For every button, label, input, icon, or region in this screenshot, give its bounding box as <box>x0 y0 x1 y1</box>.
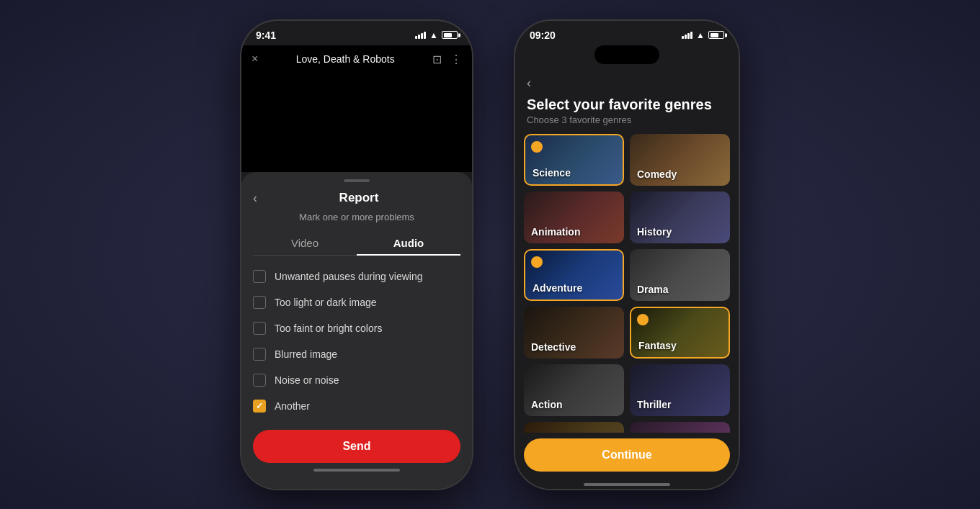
genre-card-adventure[interactable]: Adventure <box>524 249 624 301</box>
home-indicator-right <box>584 483 670 486</box>
genre-label-fantasy: Fantasy <box>638 340 677 351</box>
more-icon[interactable]: ⋮ <box>450 53 462 66</box>
status-icons-left: ▲ <box>415 30 458 40</box>
phone-genre: 09:20 ▲ ‹ Select your favorite genres Ch… <box>515 21 739 489</box>
genre-card-science[interactable]: Science <box>524 134 624 186</box>
checkbox-item[interactable]: Unwanted pauses during viewing <box>253 264 460 289</box>
sheet-handle <box>344 179 370 182</box>
screen-icon[interactable]: ⊡ <box>432 53 442 66</box>
genre-back-button[interactable]: ‹ <box>527 76 727 91</box>
status-bar-right: 09:20 ▲ <box>515 21 739 45</box>
genre-label-animation: Animation <box>531 226 580 238</box>
report-title: Report <box>257 191 460 205</box>
genre-label-history: History <box>637 226 672 238</box>
checkbox-item[interactable]: Too light or dark image <box>253 290 460 315</box>
report-screen: 9:41 ▲ × Love, Death & Robots ⊡ ⋮ <box>241 21 472 489</box>
genre-label-comedy: Comedy <box>637 168 677 180</box>
genre-card-animation[interactable]: Animation <box>524 192 624 243</box>
tab-video[interactable]: Video <box>253 231 357 255</box>
genre-label-action: Action <box>531 399 563 410</box>
checkbox-label-light: Too light or dark image <box>275 297 377 308</box>
checkbox-faint[interactable] <box>253 322 266 335</box>
genre-card-action[interactable]: Action <box>524 364 624 416</box>
science-selected-dot <box>531 141 543 153</box>
checkbox-light[interactable] <box>253 296 266 309</box>
dynamic-island <box>594 45 659 64</box>
continue-button[interactable]: Continue <box>524 438 730 472</box>
genre-screen-subtitle: Choose 3 favorite genres <box>527 114 727 125</box>
checkbox-label-another: Another <box>275 400 310 412</box>
genre-card-melodrama[interactable]: Melodrama <box>630 422 730 433</box>
status-time-left: 9:41 <box>256 30 276 41</box>
wifi-icon-left: ▲ <box>429 30 438 40</box>
signal-icon-left <box>415 32 426 39</box>
checkbox-another[interactable] <box>253 400 266 413</box>
battery-icon-right <box>708 31 724 39</box>
wifi-icon-right: ▲ <box>696 30 705 40</box>
genre-card-history[interactable]: History <box>630 192 730 243</box>
video-title: Love, Death & Robots <box>296 53 395 65</box>
genre-grid: Science Comedy Animation History Adventu… <box>515 134 739 433</box>
genre-label-drama: Drama <box>637 284 669 295</box>
battery-icon-left <box>442 31 458 39</box>
checkbox-unwanted[interactable] <box>253 270 266 283</box>
report-subtitle: Mark one or more problems <box>241 212 472 231</box>
genre-card-drama[interactable]: Drama <box>630 249 730 301</box>
phone-report: 9:41 ▲ × Love, Death & Robots ⊡ ⋮ <box>241 21 472 489</box>
checkbox-label-noise: Noise or noise <box>275 374 339 386</box>
checkbox-item[interactable]: Blurred image <box>253 342 460 366</box>
checkbox-item[interactable]: Too faint or bright colors <box>253 316 460 341</box>
fantasy-selected-dot <box>637 314 649 325</box>
adventure-selected-dot <box>531 256 543 268</box>
genre-card-comedy[interactable]: Comedy <box>630 134 730 186</box>
genre-screen-title: Select your favorite genres <box>527 96 727 113</box>
checkbox-label-unwanted: Unwanted pauses during viewing <box>275 271 422 282</box>
sheet-header: ‹ Report <box>241 191 472 212</box>
home-indicator-left <box>313 469 400 472</box>
genre-screen: 09:20 ▲ ‹ Select your favorite genres Ch… <box>515 21 739 489</box>
genre-card-western[interactable]: Western <box>524 422 624 433</box>
video-player: × Love, Death & Robots ⊡ ⋮ <box>241 45 472 172</box>
genre-header: ‹ Select your favorite genres Choose 3 f… <box>515 70 739 134</box>
report-sheet: ‹ Report Mark one or more problems Video… <box>241 172 472 489</box>
video-header: × Love, Death & Robots ⊡ ⋮ <box>251 53 462 66</box>
send-button[interactable]: Send <box>253 430 460 463</box>
video-controls: ⊡ ⋮ <box>432 53 462 66</box>
tab-audio[interactable]: Audio <box>357 231 460 255</box>
genre-card-detective[interactable]: Detective <box>524 307 624 359</box>
checkbox-item[interactable]: Another <box>253 394 460 418</box>
signal-icon-right <box>682 32 692 39</box>
checkbox-blurred[interactable] <box>253 348 266 361</box>
genre-label-science: Science <box>533 167 571 179</box>
checkbox-item[interactable]: Noise or noise <box>253 368 460 392</box>
checkbox-noise[interactable] <box>253 374 266 387</box>
genre-card-fantasy[interactable]: Fantasy <box>630 307 730 359</box>
checkbox-label-faint: Too faint or bright colors <box>275 323 382 334</box>
genre-label-adventure: Adventure <box>533 282 582 294</box>
genre-label-thriller: Thriller <box>637 399 671 410</box>
genre-card-thriller[interactable]: Thriller <box>630 364 730 416</box>
checkbox-label-blurred: Blurred image <box>275 348 337 360</box>
checkbox-list: Unwanted pauses during viewing Too light… <box>241 264 472 418</box>
genre-label-detective: Detective <box>531 341 576 353</box>
status-bar-left: 9:41 ▲ <box>241 21 472 45</box>
close-icon[interactable]: × <box>251 53 258 66</box>
status-time-right: 09:20 <box>530 30 556 41</box>
status-icons-right: ▲ <box>682 30 724 40</box>
report-tabs: Video Audio <box>253 231 460 256</box>
